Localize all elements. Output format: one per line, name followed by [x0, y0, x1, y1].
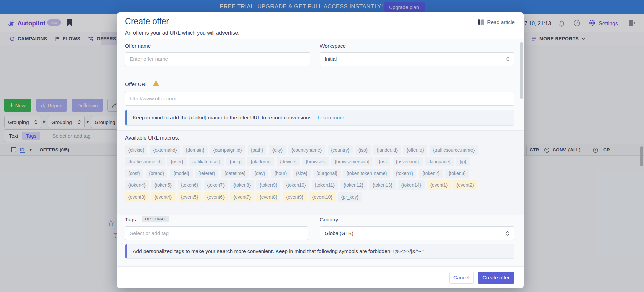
macro-chip[interactable]: {token5} — [151, 180, 175, 190]
modal-subtitle: An offer is your ad URL which you will a… — [125, 30, 239, 36]
macro-chip[interactable]: {token9} — [256, 180, 280, 190]
macro-chip[interactable]: {externalid} — [150, 145, 180, 155]
macro-chip[interactable]: {datetime} — [221, 169, 249, 178]
macros-label: Available URL macros: — [125, 135, 179, 141]
macro-chip[interactable]: {city} — [269, 145, 286, 155]
macro-chip[interactable]: {diagonal} — [313, 169, 341, 178]
macro-chip[interactable]: {token4} — [125, 180, 149, 190]
macro-chip[interactable]: {event3} — [125, 192, 149, 202]
macro-chip[interactable]: {day} — [251, 169, 268, 178]
macro-chip[interactable]: {browserversion} — [331, 157, 373, 166]
macro-chip[interactable]: {event6} — [204, 192, 228, 202]
macro-chip[interactable]: {event2} — [453, 180, 477, 190]
macro-chip[interactable]: {token8} — [230, 180, 254, 190]
macro-chip[interactable]: {platform} — [247, 157, 274, 166]
macro-chip[interactable]: {token14} — [398, 180, 425, 190]
learn-more-link[interactable]: Learn more — [318, 115, 344, 121]
warning-icon — [153, 80, 159, 86]
updown-chevron-icon — [506, 231, 510, 236]
macro-chip[interactable]: {language} — [425, 157, 454, 166]
macro-chip[interactable]: {token11} — [312, 180, 338, 190]
tags-note-text: Add personalized tags to make your searc… — [133, 248, 424, 254]
macro-chip[interactable]: {event4} — [151, 192, 175, 202]
tags-label: Tags — [125, 217, 136, 223]
macro-chip[interactable]: {brand} — [146, 169, 167, 178]
macro-chip[interactable]: {token12} — [340, 180, 367, 190]
macro-chip[interactable]: {token6} — [178, 180, 201, 190]
offer-name-input[interactable] — [125, 52, 310, 66]
macro-chip[interactable]: {token10} — [283, 180, 309, 190]
optional-badge: OPTIONAL — [142, 216, 169, 222]
macro-chip[interactable]: {token7} — [204, 180, 228, 190]
offer-url-input[interactable] — [125, 92, 514, 106]
macro-chip[interactable]: {pr_key} — [338, 192, 362, 202]
macro-chip[interactable]: {ip} — [456, 157, 470, 166]
modal-scrollbar[interactable] — [520, 42, 523, 99]
workspace-label: Workspace — [320, 43, 346, 49]
macro-chip[interactable]: {cost} — [125, 169, 143, 178]
macro-chip[interactable]: {event5} — [178, 192, 201, 202]
macro-chip[interactable]: {osversion} — [393, 157, 423, 166]
macro-chip[interactable]: {campaign.id} — [210, 145, 245, 155]
country-label: Country — [320, 217, 338, 223]
macro-chip[interactable]: {model} — [170, 169, 192, 178]
country-select[interactable]: Global(GLB) — [320, 226, 514, 240]
tags-input[interactable] — [125, 226, 308, 240]
cancel-button[interactable]: Cancel — [449, 272, 474, 284]
modal-footer: Cancel Create offer — [117, 266, 524, 288]
macro-chip[interactable]: {affiliate.user} — [189, 157, 224, 166]
macro-chip[interactable]: {isp} — [355, 145, 371, 155]
clickid-note: Keep in mind to add the {clickid} macro … — [125, 110, 514, 126]
macro-chip[interactable]: {token2} — [419, 169, 443, 178]
updown-chevron-icon — [506, 56, 510, 62]
macro-chip[interactable]: {token13} — [369, 180, 396, 190]
macro-chip[interactable]: {hour} — [271, 169, 290, 178]
read-article-label: Read article — [487, 19, 515, 25]
macro-chip[interactable]: {event1} — [427, 180, 451, 190]
macro-chip[interactable]: {event7} — [230, 192, 254, 202]
macro-chip[interactable]: {trafficsource.id} — [125, 157, 165, 166]
macro-chip[interactable]: {token:token name} — [343, 169, 390, 178]
macro-chip[interactable]: {user} — [167, 157, 187, 166]
macro-chip[interactable]: {device} — [277, 157, 300, 166]
offer-url-label: Offer URL — [125, 81, 148, 87]
create-offer-button[interactable]: Create offer — [478, 272, 514, 284]
macro-chip[interactable]: {country} — [328, 145, 353, 155]
macro-chip[interactable]: {countryname} — [288, 145, 325, 155]
tags-note: Add personalized tags to make your searc… — [125, 244, 514, 259]
macro-chip[interactable]: {event10} — [309, 192, 336, 202]
clickid-note-text: Keep in mind to add the {clickid} macro … — [133, 115, 313, 121]
macro-chip[interactable]: {referer} — [195, 169, 219, 178]
read-article-link[interactable]: Read article — [477, 19, 515, 25]
workspace-select[interactable]: Initial — [320, 52, 514, 66]
workspace-value: Initial — [325, 56, 337, 62]
create-offer-modal: Create offer An offer is your ad URL whi… — [117, 12, 524, 288]
note-accent-bar — [125, 110, 127, 125]
macro-chip[interactable]: {event9} — [283, 192, 306, 202]
modal-title: Create offer — [125, 16, 169, 26]
note-accent-bar — [125, 244, 127, 258]
modal-body: Offer name Workspace Initial Offer URL K… — [117, 39, 524, 266]
macro-chip[interactable]: {event8} — [256, 192, 280, 202]
book-icon — [477, 19, 484, 25]
macro-chip[interactable]: {token3} — [445, 169, 469, 178]
country-value: Global(GLB) — [325, 230, 353, 236]
macro-chip[interactable]: {uniq} — [226, 157, 245, 166]
macro-chip[interactable]: {size} — [293, 169, 311, 178]
macro-chip[interactable]: {clickid} — [125, 145, 147, 155]
macro-chip[interactable]: {browser} — [302, 157, 329, 166]
offer-name-label: Offer name — [125, 43, 151, 49]
macro-chip[interactable]: {os} — [375, 157, 390, 166]
macro-chip[interactable]: {domain} — [183, 145, 208, 155]
macro-rows: {clickid}{externalid}{domain}{campaign.i… — [125, 145, 517, 204]
macro-chip[interactable]: {path} — [248, 145, 267, 155]
macro-chip[interactable]: {offer.id} — [403, 145, 427, 155]
macro-chip[interactable]: {token1} — [393, 169, 416, 178]
macro-chip[interactable]: {trafficsource.name} — [430, 145, 478, 155]
macro-chip[interactable]: {lander.id} — [373, 145, 401, 155]
